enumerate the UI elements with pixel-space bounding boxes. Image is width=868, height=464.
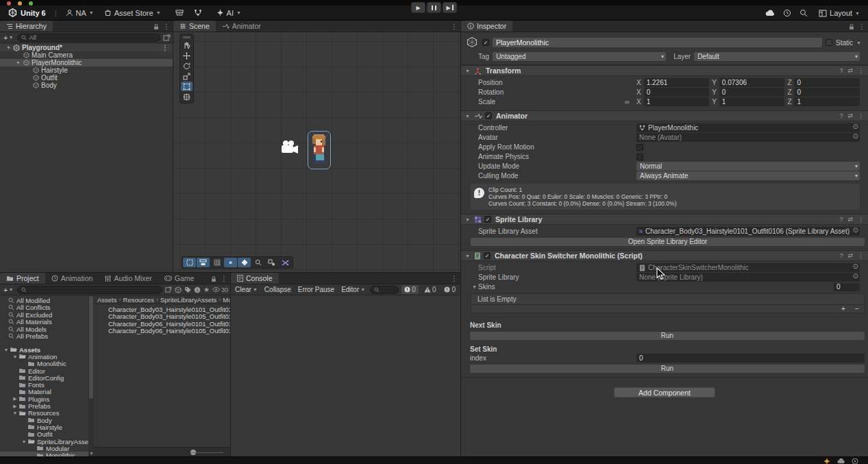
presets-icon[interactable]: ⇄ — [847, 67, 853, 74]
sprite-library-header[interactable]: ▼ ✓ Sprite Library ?⇄⋮ — [461, 215, 868, 225]
layout-menu[interactable]: Layout▼ — [816, 8, 863, 19]
zoom-slider-track[interactable] — [190, 452, 223, 453]
hierarchy-row[interactable]: ▼ Playground* ⋮ — [0, 44, 173, 51]
tag-dropdown[interactable]: Untagged — [493, 52, 666, 61]
project-tree-row[interactable]: Outfit — [0, 431, 88, 438]
controller-field[interactable]: PlayerMonolithic⊙ — [636, 123, 860, 132]
hierarchy-row[interactable]: Main Camera — [0, 51, 173, 59]
foldout-icon[interactable]: ▼ — [464, 69, 471, 73]
x-field[interactable]: 1 — [644, 97, 710, 106]
kebab-icon[interactable]: ⋮ — [162, 44, 169, 51]
ai-menu[interactable]: AI▼ — [214, 8, 244, 19]
clear-button[interactable]: Clear▼ — [233, 286, 260, 293]
play-button[interactable]: ▶ — [411, 2, 425, 13]
foldout-icon[interactable]: ▼ — [12, 354, 18, 359]
hierarchy-row[interactable]: Hairstyle — [0, 66, 173, 74]
object-picker-icon[interactable]: ⊙ — [853, 123, 858, 130]
sprite-library-field[interactable]: None (Sprite Library)⊙ — [636, 273, 860, 282]
info-icon[interactable] — [194, 286, 201, 293]
help-icon[interactable]: ? — [839, 252, 843, 259]
sprite-stack-button[interactable] — [197, 258, 210, 267]
cloud-icon[interactable] — [765, 10, 775, 16]
step-button[interactable]: ▶ — [443, 2, 457, 13]
kebab-menu-icon[interactable]: ⋮ — [451, 23, 458, 30]
x-field[interactable]: 0 — [644, 88, 710, 97]
diamond-tile-button[interactable] — [238, 258, 251, 267]
presets-icon[interactable]: ⇄ — [847, 112, 853, 119]
z-field[interactable]: 1 — [794, 97, 860, 106]
error-pause-button[interactable]: Error Pause — [296, 286, 336, 293]
transform-header[interactable]: ▼ Transform ?⇄⋮ — [461, 66, 868, 76]
index-field[interactable]: 0 — [636, 354, 865, 363]
animate-physics-checkbox[interactable] — [636, 154, 643, 160]
animation-tab[interactable]: Animation — [45, 273, 99, 284]
root-motion-checkbox[interactable] — [636, 144, 643, 151]
warning-counter[interactable]: 0 — [421, 285, 439, 294]
lock-icon[interactable] — [211, 276, 216, 282]
scene-picker-icon[interactable] — [163, 34, 171, 41]
project-tab[interactable]: Project — [0, 273, 45, 284]
next-skin-run-button[interactable]: Run — [470, 332, 865, 340]
breadcrumb-segment[interactable]: Assets — [97, 296, 117, 304]
enabled-checkbox[interactable]: ✓ — [485, 112, 492, 119]
skin-switcher-header[interactable]: ▼ ✓ Character Skin Switcher Monolithic (… — [461, 251, 868, 261]
transform-tool-button[interactable] — [181, 92, 193, 101]
lock-icon[interactable] — [849, 23, 854, 30]
x-field[interactable]: 1.2261 — [644, 78, 710, 87]
object-picker-icon[interactable]: ⊙ — [853, 263, 858, 270]
scroll-down-icon[interactable]: ▼ — [89, 451, 94, 456]
favorite-item[interactable]: All Modified — [0, 297, 88, 304]
rect-bounds-button[interactable] — [183, 258, 196, 267]
project-tree-row[interactable]: ▼ Animation — [0, 353, 88, 360]
asset-file-row[interactable]: Character_Body03_Hairstyle0105_Outfit010… — [94, 313, 230, 321]
kebab-menu-icon[interactable]: ⋮ — [858, 67, 864, 74]
project-search-input[interactable] — [17, 286, 162, 294]
console-search-input[interactable] — [370, 286, 399, 294]
foldout-icon[interactable]: ▼ — [3, 347, 10, 352]
project-tree-row[interactable]: ▶ Plugins — [0, 395, 88, 402]
avatar-field[interactable]: None (Avatar)⊙ — [636, 133, 860, 142]
kebab-menu-icon[interactable]: ⋮ — [163, 23, 170, 30]
hierarchy-search-input[interactable]: All — [17, 34, 160, 42]
foldout-icon[interactable]: ▼ — [464, 217, 471, 222]
overlay-grip[interactable] — [183, 36, 190, 38]
enabled-checkbox[interactable]: ✓ — [484, 252, 491, 259]
console-tab[interactable]: Console — [231, 273, 279, 284]
hidden-count[interactable]: 30 — [212, 286, 228, 293]
inspector-tab[interactable]: Inspector — [461, 21, 512, 32]
y-field[interactable]: 0 — [719, 88, 785, 97]
kebab-menu-icon[interactable]: ⋮ — [451, 275, 458, 282]
shuffle-button[interactable] — [279, 258, 292, 267]
console-log-area[interactable] — [231, 295, 460, 456]
circle-brush-button[interactable]: ● — [224, 258, 237, 267]
object-picker-icon[interactable]: ⊙ — [853, 227, 858, 234]
foldout-icon[interactable]: ▼ — [21, 439, 27, 444]
editor-dropdown[interactable]: Editor▼ — [339, 286, 367, 293]
favorites-star-icon[interactable]: ★ — [203, 286, 210, 293]
asset-file-row[interactable]: Character_Body06_Hairstyle0101_Outfit010… — [94, 320, 230, 328]
breadcrumb-segment[interactable]: SpriteLibraryAssets — [160, 296, 216, 304]
hierarchy-tab[interactable]: Hierarchy — [0, 21, 53, 32]
search-icon[interactable] — [799, 9, 808, 17]
object-picker-icon[interactable]: ⊙ — [853, 133, 858, 140]
open-sprite-library-editor-button[interactable]: Open Sprite Library Editor — [471, 238, 865, 246]
error-counter[interactable]: 0 — [441, 285, 458, 294]
account-menu[interactable]: NA▼ — [63, 8, 97, 19]
animator-tab[interactable]: Animator — [216, 21, 267, 32]
favorite-item[interactable]: All Excluded — [0, 311, 88, 319]
foldout-icon[interactable]: ▶ — [12, 396, 18, 402]
move-tool-button[interactable] — [181, 51, 193, 60]
hierarchy-row[interactable]: ▼ PlayerMonolithic — [0, 59, 173, 66]
plastic-scm-button[interactable] — [191, 8, 205, 19]
project-tree-row[interactable]: Editor — [0, 367, 88, 374]
notification-star-icon[interactable] — [823, 458, 830, 464]
update-mode-dropdown[interactable]: Normal — [636, 162, 860, 171]
scale-tool-button[interactable] — [181, 71, 193, 81]
background-progress-icon[interactable] — [852, 458, 858, 464]
presets-icon[interactable]: ⇄ — [847, 216, 853, 223]
kebab-menu-icon[interactable]: ⋮ — [858, 23, 865, 30]
archive-button[interactable] — [173, 8, 186, 19]
rotate-tool-button[interactable] — [181, 61, 193, 71]
favorite-item[interactable]: All Materials — [0, 319, 88, 326]
camera-gizmo[interactable] — [280, 140, 300, 155]
